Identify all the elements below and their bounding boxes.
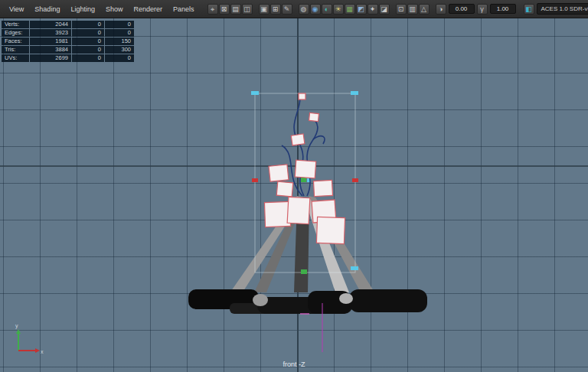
hud-stat-value: 300 (105, 46, 134, 54)
bbox-handle-top-right[interactable] (351, 91, 358, 95)
select-camera-icon[interactable]: ⌖ (207, 4, 218, 15)
hud-stat-value: 2699 (30, 54, 71, 62)
menu-bar-items: ViewShadingLightingShowRendererPanels (4, 4, 200, 15)
axis-y-label: y (15, 323, 18, 329)
hud-stat-label: Tris: (2, 46, 29, 54)
hud-stat-label: Faces: (2, 38, 29, 45)
multisample-icon[interactable]: ◪ (379, 4, 390, 15)
hud-stat-value: 0 (105, 21, 134, 28)
bbox-handle-top-left[interactable] (251, 91, 259, 95)
hud-stat-value: 3884 (30, 46, 71, 54)
menu-item-shading[interactable]: Shading (29, 4, 65, 15)
isolate-select-icon[interactable]: ⊡ (396, 4, 407, 15)
textured-mode-icon[interactable]: ◐ (322, 4, 332, 15)
panel-toolbar: ViewShadingLightingShowRendererPanels ⌖⊠… (0, 0, 588, 18)
wireframe-icon[interactable]: ◍ (299, 4, 309, 15)
xray-joints-icon[interactable]: △ (419, 4, 430, 15)
menu-item-renderer[interactable]: Renderer (128, 4, 168, 15)
image-plane-icon[interactable]: ▣ (259, 4, 270, 15)
bbox-handle-right[interactable] (352, 178, 358, 182)
menu-item-lighting[interactable]: Lighting (65, 4, 100, 15)
menu-item-view[interactable]: View (4, 4, 29, 15)
hud-stat-value: 0 (105, 54, 134, 62)
grease-pencil-icon[interactable]: ✎ (282, 4, 292, 15)
camera-attributes-icon[interactable]: ▤ (230, 4, 241, 15)
hud-stat-value: 0 (72, 46, 104, 54)
toolbar-separator (518, 4, 523, 15)
motion-blur-icon[interactable]: ✦ (368, 4, 378, 15)
bbox-handle-left[interactable] (252, 178, 258, 182)
screen-space-ao-icon[interactable]: ◩ (356, 4, 367, 15)
hud-stat-label: Edges: (2, 29, 29, 37)
hud-stat-value: 0 (72, 21, 104, 28)
menu-item-panels[interactable]: Panels (168, 4, 200, 15)
menu-item-show[interactable]: Show (100, 4, 129, 15)
hud-stat-value: 0 (72, 38, 104, 45)
hud-stat-label: UVs: (2, 54, 29, 62)
gamma-icon[interactable]: γ (477, 4, 488, 15)
axis-x-label: x (41, 349, 44, 354)
shadows-icon[interactable]: ▦ (345, 4, 355, 15)
bbox-handle-bottom-center[interactable] (301, 269, 307, 274)
shaded-mode-icon[interactable]: ◉ (310, 4, 321, 15)
toolbar-separator (293, 4, 298, 15)
bbox-handle-bottom-right[interactable] (351, 266, 358, 270)
exposure-icon[interactable]: ◑ (436, 4, 446, 15)
colorspace-dropdown[interactable]: ACES 1.0 SDR-video (sRGB)▾ (537, 3, 588, 15)
hud-stat-value: 1981 (30, 38, 71, 45)
hud-stat-value: 2044 (30, 21, 71, 28)
xray-icon[interactable]: ▥ (407, 4, 418, 15)
hud-stat-value: 150 (105, 38, 134, 45)
toolbar-separator (430, 4, 435, 15)
hud-stats: Verts:204400Edges:392300Faces:19810150Tr… (2, 21, 134, 62)
hud-stat-value: 3923 (30, 29, 71, 37)
lock-camera-icon[interactable]: ⊠ (219, 4, 230, 15)
toolbar-separator (390, 4, 395, 15)
axis-gizmo: x y (15, 323, 44, 354)
gamma-field[interactable]: 1.00 (490, 4, 516, 14)
hud-stat-value: 0 (72, 54, 104, 62)
selected-face-cards[interactable] (264, 93, 345, 244)
campfire-logs-base[interactable] (188, 289, 427, 314)
toolbar-items: ⌖⊠▤◫▣⊞✎◍◉◐☀▦◩✦◪⊡▥△◑0.00γ1.00◧ACES 1.0 SD… (207, 3, 588, 15)
toolbar-separator (253, 4, 258, 15)
use-all-lights-icon[interactable]: ☀ (333, 4, 344, 15)
exposure-field[interactable]: 0.00 (449, 4, 475, 14)
2d-pan-zoom-icon[interactable]: ⊞ (270, 4, 281, 15)
camera-label: front -Z (0, 361, 588, 368)
colorspace-dropdown-value: ACES 1.0 SDR-video (sRGB) (541, 5, 588, 12)
maya-panel: ViewShadingLightingShowRendererPanels ⌖⊠… (0, 0, 588, 372)
bookmarks-icon[interactable]: ◫ (242, 4, 253, 15)
viewport-canvas[interactable]: x y (0, 18, 588, 372)
hud-stat-value: 0 (72, 29, 104, 37)
hud-stat-value: 0 (105, 29, 134, 37)
viewport[interactable]: x y Verts:204400Edges:392300Faces:198101… (0, 18, 588, 372)
hud-stat-label: Verts: (2, 21, 29, 28)
color-management-icon[interactable]: ◧ (524, 4, 534, 15)
